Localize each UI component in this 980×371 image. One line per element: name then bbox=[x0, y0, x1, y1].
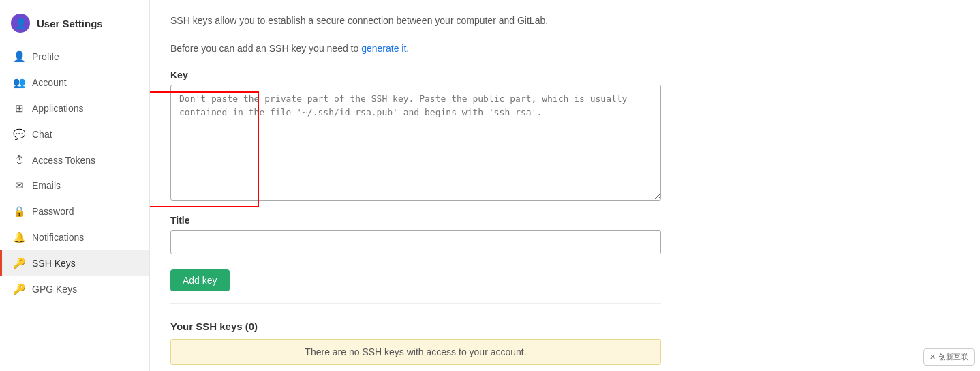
sidebar-item-applications[interactable]: ⊞ Applications bbox=[0, 95, 149, 121]
account-icon: 👥 bbox=[13, 76, 25, 89]
sidebar-item-profile[interactable]: 👤 Profile bbox=[0, 44, 149, 70]
generate-key-notice: Before you can add an SSH key you need t… bbox=[170, 42, 960, 56]
chat-icon: 💬 bbox=[13, 128, 25, 140]
sidebar-title: User Settings bbox=[37, 18, 103, 29]
access-tokens-icon: ⏱ bbox=[13, 154, 25, 166]
sidebar-item-label: GPG Keys bbox=[32, 284, 77, 295]
sidebar-item-label: Notifications bbox=[32, 232, 84, 243]
user-avatar-icon: 👤 bbox=[11, 14, 30, 33]
watermark-icon: ✕ bbox=[930, 353, 936, 361]
sidebar-item-label: Password bbox=[32, 206, 74, 217]
sidebar-header: 👤 User Settings bbox=[0, 5, 149, 44]
sidebar-item-notifications[interactable]: 🔔 Notifications bbox=[0, 224, 149, 250]
add-key-button[interactable]: Add key bbox=[170, 269, 230, 291]
sidebar-item-account[interactable]: 👥 Account bbox=[0, 70, 149, 95]
sidebar: 👤 User Settings 👤 Profile 👥 Account ⊞ Ap… bbox=[0, 0, 150, 371]
notifications-icon: 🔔 bbox=[13, 231, 25, 243]
sidebar-item-label: Emails bbox=[32, 180, 61, 191]
form-wrapper: 公钥 Key Title Add key Your SSH keys (0) T… bbox=[170, 70, 688, 365]
watermark-text: 创新互联 bbox=[938, 352, 968, 362]
title-field-group: Title bbox=[170, 215, 688, 254]
title-input[interactable] bbox=[170, 230, 661, 254]
sidebar-item-emails[interactable]: ✉ Emails bbox=[0, 173, 149, 198]
title-label: Title bbox=[170, 215, 688, 226]
applications-icon: ⊞ bbox=[13, 102, 25, 115]
emails-icon: ✉ bbox=[13, 179, 25, 192]
sidebar-navigation: 👤 Profile 👥 Account ⊞ Applications 💬 Cha… bbox=[0, 44, 149, 302]
sidebar-item-password[interactable]: 🔒 Password bbox=[0, 198, 149, 224]
sidebar-item-label: SSH Keys bbox=[32, 258, 76, 269]
ssh-description: SSH keys allow you to establish a secure… bbox=[170, 14, 960, 28]
sidebar-item-label: Access Tokens bbox=[32, 155, 95, 166]
key-textarea-wrapper bbox=[170, 85, 688, 203]
sidebar-item-label: Chat bbox=[32, 129, 52, 140]
sidebar-item-label: Profile bbox=[32, 51, 59, 62]
profile-icon: 👤 bbox=[13, 50, 25, 63]
section-divider bbox=[170, 303, 661, 304]
main-content: SSH keys allow you to establish a secure… bbox=[150, 0, 980, 371]
ssh-key-textarea[interactable] bbox=[170, 85, 661, 201]
gpg-key-icon: 🔑 bbox=[13, 283, 25, 295]
sidebar-item-label: Account bbox=[32, 77, 67, 88]
ssh-key-icon: 🔑 bbox=[13, 257, 25, 269]
your-ssh-keys-title: Your SSH keys (0) bbox=[170, 321, 688, 332]
sidebar-item-access-tokens[interactable]: ⏱ Access Tokens bbox=[0, 147, 149, 173]
your-ssh-keys-section: Your SSH keys (0) There are no SSH keys … bbox=[170, 321, 688, 365]
key-field-group: Key bbox=[170, 70, 688, 203]
sidebar-item-label: Applications bbox=[32, 103, 84, 114]
sidebar-item-ssh-keys[interactable]: 🔑 SSH Keys bbox=[0, 250, 149, 276]
sidebar-item-chat[interactable]: 💬 Chat bbox=[0, 121, 149, 147]
key-label: Key bbox=[170, 70, 688, 80]
generate-it-link[interactable]: generate it. bbox=[361, 43, 409, 54]
sidebar-item-gpg-keys[interactable]: 🔑 GPG Keys bbox=[0, 276, 149, 302]
password-icon: 🔒 bbox=[13, 205, 25, 218]
watermark: ✕ 创新互联 bbox=[923, 348, 975, 366]
no-keys-notice: There are no SSH keys with access to you… bbox=[170, 339, 661, 365]
